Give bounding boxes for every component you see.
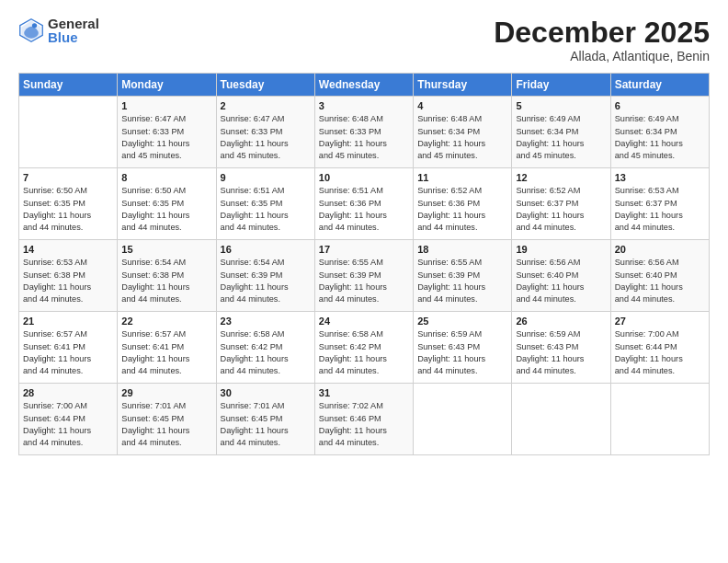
- day-info: Sunrise: 6:49 AMSunset: 6:34 PMDaylight:…: [516, 113, 606, 162]
- day-cell: 11Sunrise: 6:52 AMSunset: 6:36 PMDayligh…: [414, 168, 512, 240]
- day-info: Sunrise: 6:54 AMSunset: 6:38 PMDaylight:…: [121, 257, 211, 305]
- day-info: Sunrise: 6:56 AMSunset: 6:40 PMDaylight:…: [516, 257, 606, 305]
- day-info: Sunrise: 6:49 AMSunset: 6:34 PMDaylight:…: [615, 113, 705, 162]
- day-cell: [610, 384, 709, 455]
- day-info: Sunrise: 6:55 AMSunset: 6:39 PMDaylight:…: [417, 257, 507, 305]
- day-info: Sunrise: 7:01 AMSunset: 6:45 PMDaylight:…: [221, 400, 311, 449]
- day-cell: 4Sunrise: 6:48 AMSunset: 6:34 PMDaylight…: [414, 97, 512, 168]
- day-cell: 17Sunrise: 6:55 AMSunset: 6:39 PMDayligh…: [314, 240, 413, 312]
- day-number: 7: [23, 172, 113, 183]
- day-cell: 27Sunrise: 7:00 AMSunset: 6:44 PMDayligh…: [610, 312, 709, 384]
- day-info: Sunrise: 6:53 AMSunset: 6:38 PMDaylight:…: [23, 257, 113, 305]
- day-info: Sunrise: 6:52 AMSunset: 6:36 PMDaylight:…: [417, 185, 507, 234]
- header-row: SundayMondayTuesdayWednesdayThursdayFrid…: [19, 74, 710, 97]
- week-row-1: 1Sunrise: 6:47 AMSunset: 6:33 PMDaylight…: [19, 97, 710, 168]
- day-cell: 25Sunrise: 6:59 AMSunset: 6:43 PMDayligh…: [414, 312, 512, 384]
- day-info: Sunrise: 6:51 AMSunset: 6:35 PMDaylight:…: [221, 185, 311, 234]
- day-cell: 16Sunrise: 6:54 AMSunset: 6:39 PMDayligh…: [216, 240, 314, 312]
- day-cell: 31Sunrise: 7:02 AMSunset: 6:46 PMDayligh…: [314, 384, 413, 455]
- day-cell: 30Sunrise: 7:01 AMSunset: 6:45 PMDayligh…: [216, 384, 314, 455]
- day-info: Sunrise: 6:56 AMSunset: 6:40 PMDaylight:…: [615, 257, 705, 305]
- day-cell: 28Sunrise: 7:00 AMSunset: 6:44 PMDayligh…: [19, 384, 118, 455]
- header: General Blue December 2025 Allada, Atlan…: [18, 17, 710, 63]
- day-info: Sunrise: 7:01 AMSunset: 6:45 PMDaylight:…: [121, 400, 211, 449]
- day-cell: 13Sunrise: 6:53 AMSunset: 6:37 PMDayligh…: [610, 168, 709, 240]
- day-number: 19: [516, 244, 606, 255]
- day-info: Sunrise: 6:50 AMSunset: 6:35 PMDaylight:…: [121, 185, 211, 234]
- week-row-2: 7Sunrise: 6:50 AMSunset: 6:35 PMDaylight…: [19, 168, 710, 240]
- month-title: December 2025: [494, 17, 710, 49]
- header-cell-thursday: Thursday: [414, 74, 512, 97]
- day-info: Sunrise: 6:59 AMSunset: 6:43 PMDaylight:…: [516, 328, 606, 377]
- day-info: Sunrise: 6:55 AMSunset: 6:39 PMDaylight:…: [319, 257, 409, 305]
- logo-blue: Blue: [48, 30, 99, 44]
- day-info: Sunrise: 7:00 AMSunset: 6:44 PMDaylight:…: [23, 400, 113, 449]
- header-cell-wednesday: Wednesday: [314, 74, 413, 97]
- day-cell: 15Sunrise: 6:54 AMSunset: 6:38 PMDayligh…: [118, 240, 216, 312]
- day-cell: 12Sunrise: 6:52 AMSunset: 6:37 PMDayligh…: [512, 168, 610, 240]
- day-number: 2: [221, 100, 311, 111]
- day-info: Sunrise: 6:58 AMSunset: 6:42 PMDaylight:…: [221, 328, 311, 377]
- day-number: 15: [121, 244, 211, 255]
- day-cell: [19, 97, 118, 168]
- logo: General Blue: [18, 17, 99, 44]
- page: General Blue December 2025 Allada, Atlan…: [0, 0, 728, 563]
- day-info: Sunrise: 6:59 AMSunset: 6:43 PMDaylight:…: [417, 328, 507, 377]
- day-cell: [414, 384, 512, 455]
- svg-point-2: [32, 23, 37, 28]
- day-info: Sunrise: 6:57 AMSunset: 6:41 PMDaylight:…: [121, 328, 211, 377]
- day-info: Sunrise: 6:52 AMSunset: 6:37 PMDaylight:…: [516, 185, 606, 234]
- day-cell: 1Sunrise: 6:47 AMSunset: 6:33 PMDaylight…: [118, 97, 216, 168]
- day-cell: 29Sunrise: 7:01 AMSunset: 6:45 PMDayligh…: [118, 384, 216, 455]
- day-number: 6: [615, 100, 705, 111]
- day-number: 28: [23, 387, 113, 398]
- day-cell: 19Sunrise: 6:56 AMSunset: 6:40 PMDayligh…: [512, 240, 610, 312]
- calendar-table: SundayMondayTuesdayWednesdayThursdayFrid…: [18, 73, 710, 455]
- day-number: 21: [23, 316, 113, 327]
- day-number: 13: [615, 172, 705, 183]
- day-cell: 21Sunrise: 6:57 AMSunset: 6:41 PMDayligh…: [19, 312, 118, 384]
- day-cell: 6Sunrise: 6:49 AMSunset: 6:34 PMDaylight…: [610, 97, 709, 168]
- logo-icon: [18, 17, 44, 43]
- day-cell: 24Sunrise: 6:58 AMSunset: 6:42 PMDayligh…: [314, 312, 413, 384]
- day-info: Sunrise: 6:58 AMSunset: 6:42 PMDaylight:…: [319, 328, 409, 377]
- day-number: 14: [23, 244, 113, 255]
- header-cell-tuesday: Tuesday: [216, 74, 314, 97]
- day-number: 16: [221, 244, 311, 255]
- day-cell: [512, 384, 610, 455]
- day-cell: 10Sunrise: 6:51 AMSunset: 6:36 PMDayligh…: [314, 168, 413, 240]
- day-info: Sunrise: 6:48 AMSunset: 6:34 PMDaylight:…: [417, 113, 507, 162]
- day-number: 11: [417, 172, 507, 183]
- day-number: 9: [221, 172, 311, 183]
- day-cell: 3Sunrise: 6:48 AMSunset: 6:33 PMDaylight…: [314, 97, 413, 168]
- day-info: Sunrise: 6:47 AMSunset: 6:33 PMDaylight:…: [121, 113, 211, 162]
- day-info: Sunrise: 6:47 AMSunset: 6:33 PMDaylight:…: [221, 113, 311, 162]
- day-number: 30: [221, 387, 311, 398]
- day-cell: 2Sunrise: 6:47 AMSunset: 6:33 PMDaylight…: [216, 97, 314, 168]
- day-info: Sunrise: 6:57 AMSunset: 6:41 PMDaylight:…: [23, 328, 113, 377]
- day-info: Sunrise: 7:02 AMSunset: 6:46 PMDaylight:…: [319, 400, 409, 449]
- day-cell: 8Sunrise: 6:50 AMSunset: 6:35 PMDaylight…: [118, 168, 216, 240]
- day-info: Sunrise: 6:48 AMSunset: 6:33 PMDaylight:…: [319, 113, 409, 162]
- header-cell-sunday: Sunday: [19, 74, 118, 97]
- header-cell-monday: Monday: [118, 74, 216, 97]
- day-number: 1: [121, 100, 211, 111]
- day-cell: 26Sunrise: 6:59 AMSunset: 6:43 PMDayligh…: [512, 312, 610, 384]
- logo-general: General: [48, 17, 99, 30]
- title-block: December 2025 Allada, Atlantique, Benin: [494, 17, 710, 63]
- day-number: 22: [121, 316, 211, 327]
- day-number: 26: [516, 316, 606, 327]
- day-number: 18: [417, 244, 507, 255]
- day-number: 10: [319, 172, 409, 183]
- week-row-5: 28Sunrise: 7:00 AMSunset: 6:44 PMDayligh…: [19, 384, 710, 455]
- day-number: 17: [319, 244, 409, 255]
- day-number: 31: [319, 387, 409, 398]
- day-info: Sunrise: 7:00 AMSunset: 6:44 PMDaylight:…: [615, 328, 705, 377]
- day-cell: 9Sunrise: 6:51 AMSunset: 6:35 PMDaylight…: [216, 168, 314, 240]
- day-number: 8: [121, 172, 211, 183]
- day-number: 25: [417, 316, 507, 327]
- day-cell: 22Sunrise: 6:57 AMSunset: 6:41 PMDayligh…: [118, 312, 216, 384]
- day-number: 4: [417, 100, 507, 111]
- day-number: 24: [319, 316, 409, 327]
- week-row-3: 14Sunrise: 6:53 AMSunset: 6:38 PMDayligh…: [19, 240, 710, 312]
